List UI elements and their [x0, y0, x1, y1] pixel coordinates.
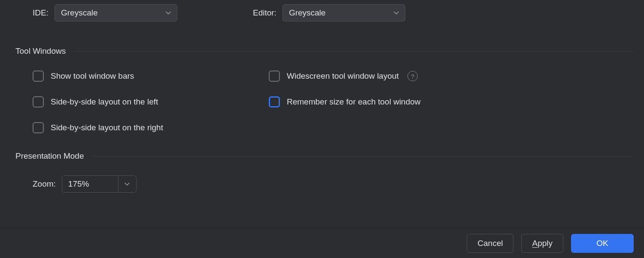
checkbox-label: Show tool window bars: [51, 71, 134, 81]
checkbox-icon: [33, 122, 44, 133]
editor-select-value: Greyscale: [289, 8, 326, 18]
dialog-footer: Cancel Apply OK: [0, 228, 644, 258]
chevron-down-icon: [393, 9, 400, 16]
checkbox-label: Side-by-side layout on the left: [51, 97, 158, 107]
editor-label: Editor:: [253, 8, 276, 18]
divider: [73, 51, 634, 52]
divider: [92, 156, 634, 157]
checkbox-icon: [269, 96, 280, 108]
zoom-label: Zoom:: [33, 179, 56, 189]
side-by-side-left-checkbox[interactable]: Side-by-side layout on the left: [33, 96, 269, 108]
chevron-down-icon: [124, 181, 131, 187]
button-label: OK: [596, 239, 608, 248]
ide-select-value: Greyscale: [61, 8, 98, 18]
side-by-side-right-checkbox[interactable]: Side-by-side layout on the right: [33, 122, 269, 133]
zoom-input[interactable]: 175%: [62, 176, 118, 192]
zoom-value: 175%: [68, 179, 89, 189]
zoom-combo[interactable]: 175%: [62, 175, 137, 193]
cancel-button[interactable]: Cancel: [467, 234, 513, 253]
ide-select[interactable]: Greyscale: [55, 4, 177, 22]
button-label: Cancel: [477, 239, 503, 248]
tool-windows-title: Tool Windows: [15, 46, 66, 56]
checkbox-icon: [269, 71, 280, 82]
apply-button[interactable]: Apply: [521, 234, 563, 253]
zoom-dropdown-button[interactable]: [118, 176, 136, 192]
checkbox-icon: [33, 96, 44, 108]
show-tool-window-bars-checkbox[interactable]: Show tool window bars: [33, 71, 269, 82]
ide-label: IDE:: [33, 8, 49, 18]
ok-button[interactable]: OK: [571, 234, 634, 253]
editor-select[interactable]: Greyscale: [283, 4, 405, 22]
presentation-mode-title: Presentation Mode: [15, 151, 84, 161]
help-icon[interactable]: ?: [407, 71, 418, 81]
checkbox-label: Remember size for each tool window: [287, 97, 421, 107]
chevron-down-icon: [165, 9, 172, 16]
widescreen-layout-checkbox[interactable]: Widescreen tool window layout ?: [269, 71, 421, 82]
checkbox-label: Side-by-side layout on the right: [51, 123, 163, 132]
button-label: Apply: [532, 239, 553, 248]
checkbox-icon: [33, 71, 44, 82]
checkbox-label: Widescreen tool window layout: [287, 71, 399, 81]
remember-size-checkbox[interactable]: Remember size for each tool window: [269, 96, 421, 108]
